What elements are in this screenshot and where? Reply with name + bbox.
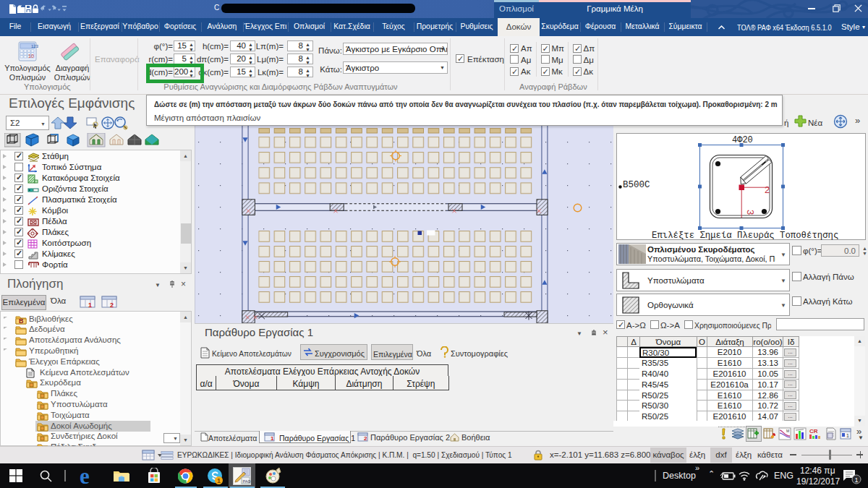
svg-text:CR: CR	[809, 428, 818, 435]
svg-text:ΡΑΦ: ΡΑΦ	[243, 479, 252, 484]
svg-text:3: 3	[745, 210, 756, 215]
svg-text:1: 1	[217, 477, 221, 484]
svg-text:2: 2	[110, 301, 114, 309]
svg-text:2: 2	[364, 435, 367, 442]
svg-text:1: 1	[88, 301, 92, 309]
svg-text:2: 2	[765, 184, 770, 195]
svg-text:B: B	[19, 317, 24, 325]
svg-text:10: 10	[28, 53, 34, 59]
svg-text:M: M	[786, 429, 789, 433]
svg-text:1: 1	[855, 476, 859, 484]
svg-text:Επιλέξτε Σημεία Πλευράς Τοποθέ: Επιλέξτε Σημεία Πλευράς Τοποθέτησης	[652, 231, 838, 240]
svg-text:1: 1	[271, 435, 274, 442]
svg-text:123: 123	[31, 44, 38, 48]
svg-text:B500C: B500C	[623, 180, 650, 190]
svg-text:1: 1	[846, 433, 849, 438]
